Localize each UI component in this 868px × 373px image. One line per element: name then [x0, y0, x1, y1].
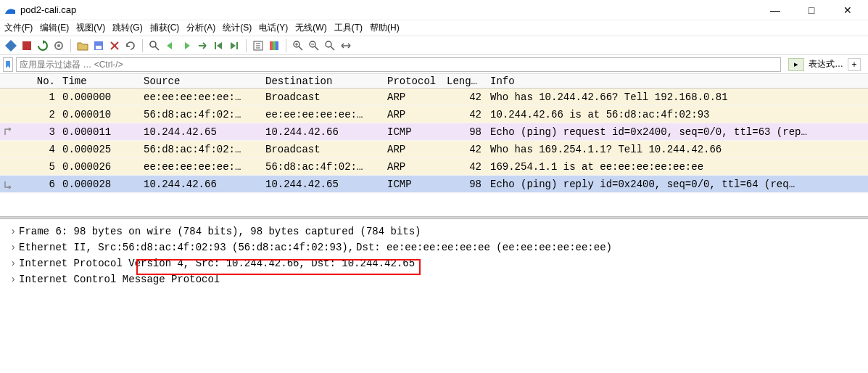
packet-row[interactable]: 20.00001056:d8:ac:4f:02:…ee:ee:ee:ee:ee:… — [0, 106, 868, 123]
packet-cell-time: 0.000011 — [59, 126, 139, 138]
find-packet-icon[interactable] — [148, 39, 161, 52]
resize-columns-icon[interactable] — [339, 39, 352, 52]
svg-line-16 — [299, 46, 302, 50]
svg-rect-12 — [270, 41, 273, 50]
colorize-icon[interactable] — [268, 39, 281, 52]
expand-caret-icon[interactable]: › — [10, 242, 19, 253]
packet-cell-time: 0.000026 — [59, 161, 139, 173]
menu-stats[interactable]: 统计(S) — [223, 22, 252, 34]
menu-analyze[interactable]: 分析(A) — [186, 22, 215, 34]
menu-view[interactable]: 视图(V) — [76, 22, 105, 34]
packet-cell-len: 42 — [442, 109, 486, 120]
packet-cell-src: 56:d8:ac:4f:02:… — [139, 109, 261, 120]
packet-cell-proto: ICMP — [383, 179, 442, 190]
wireshark-icon — [4, 4, 16, 16]
svg-point-22 — [326, 41, 331, 47]
packet-list-rows: 10.000000ee:ee:ee:ee:ee:…BroadcastARP42W… — [0, 89, 868, 193]
col-header-dest[interactable]: Destination — [261, 75, 383, 87]
display-filter-bar: ▸ 表达式… + — [0, 55, 868, 74]
minimize-button[interactable]: — — [764, 4, 787, 16]
detail-frame[interactable]: › Frame 6: 98 bytes on wire (784 bits), … — [6, 224, 862, 239]
col-header-time[interactable]: Time — [59, 75, 139, 87]
go-last-icon[interactable] — [228, 39, 241, 52]
menu-telephony[interactable]: 电话(Y) — [259, 22, 288, 34]
packet-cell-proto: ICMP — [383, 126, 442, 138]
packet-cell-dst: 10.244.42.66 — [261, 126, 383, 138]
detail-eth-src-mac: 56:d8:ac:4f:02:93 (56:d8:ac:4f:02:93), — [123, 242, 354, 253]
svg-rect-4 — [96, 46, 102, 49]
detail-ip[interactable]: › Internet Protocol Version 4, Src: 10.2… — [6, 255, 862, 271]
display-filter-input[interactable] — [16, 57, 781, 72]
packet-cell-len: 42 — [442, 161, 486, 173]
packet-cell-len: 42 — [442, 91, 486, 103]
save-file-icon[interactable] — [92, 39, 105, 52]
packet-cell-time: 0.000028 — [59, 179, 139, 190]
start-capture-icon[interactable] — [4, 39, 17, 52]
packet-cell-dst: Broadcast — [261, 144, 383, 155]
packet-cell-dst: 10.244.42.65 — [261, 179, 383, 190]
col-header-info[interactable]: Info — [486, 75, 868, 87]
packet-cell-proto: ARP — [383, 91, 442, 103]
filter-add-button[interactable]: + — [848, 58, 861, 71]
packet-row[interactable]: 10.000000ee:ee:ee:ee:ee:…BroadcastARP42W… — [0, 89, 868, 106]
svg-rect-13 — [273, 41, 276, 50]
col-header-protocol[interactable]: Protocol — [383, 75, 442, 87]
annotation-arrow — [0, 292, 868, 373]
menubar: 文件(F) 编辑(E) 视图(V) 跳转(G) 捕获(C) 分析(A) 统计(S… — [0, 20, 868, 36]
restart-capture-icon[interactable] — [36, 39, 49, 52]
go-first-icon[interactable] — [212, 39, 225, 52]
packet-row[interactable]: 60.00002810.244.42.6610.244.42.65ICMP98E… — [0, 176, 868, 193]
go-back-icon[interactable] — [164, 39, 177, 52]
svg-line-20 — [315, 46, 318, 50]
expression-button[interactable]: 表达式… — [809, 58, 843, 70]
expand-caret-icon[interactable]: › — [10, 274, 19, 285]
zoom-out-icon[interactable] — [307, 39, 321, 52]
filter-bookmark-icon[interactable] — [3, 57, 13, 72]
expand-caret-icon[interactable]: › — [10, 226, 19, 237]
zoom-reset-icon[interactable] — [323, 39, 336, 52]
detail-eth-pre: Ethernet II, Src: — [19, 242, 123, 253]
col-header-source[interactable]: Source — [139, 75, 261, 87]
detail-icmp[interactable]: › Internet Control Message Protocol — [6, 271, 862, 287]
packet-cell-src: ee:ee:ee:ee:ee:… — [139, 161, 261, 173]
close-file-icon[interactable] — [108, 39, 121, 52]
menu-help[interactable]: 帮助(H) — [370, 22, 400, 34]
menu-edit[interactable]: 编辑(E) — [40, 22, 69, 34]
packet-cell-info: 169.254.1.1 is at ee:ee:ee:ee:ee:ee — [486, 161, 868, 173]
packet-row-gutter — [0, 127, 16, 137]
detail-eth-post: Dst: ee:ee:ee:ee:ee:ee (ee:ee:ee:ee:ee:e… — [356, 242, 612, 253]
menu-wireless[interactable]: 无线(W) — [295, 22, 326, 34]
col-header-length[interactable]: Length — [442, 75, 486, 87]
detail-ethernet[interactable]: › Ethernet II, Src: 56:d8:ac:4f:02:93 (5… — [6, 239, 862, 255]
packet-row-gutter — [0, 179, 16, 189]
go-forward-icon[interactable] — [180, 39, 193, 52]
packet-cell-len: 98 — [442, 179, 486, 190]
stop-capture-icon[interactable] — [20, 39, 33, 52]
zoom-in-icon[interactable] — [292, 39, 305, 52]
packet-cell-no: 3 — [16, 126, 59, 138]
capture-options-icon[interactable] — [52, 39, 65, 52]
packet-list: No. Time Source Destination Protocol Len… — [0, 74, 868, 193]
auto-scroll-icon[interactable] — [252, 39, 265, 52]
close-button[interactable]: ✕ — [836, 4, 859, 16]
menu-capture[interactable]: 捕获(C) — [150, 22, 180, 34]
packet-cell-proto: ARP — [383, 109, 442, 120]
packet-row[interactable]: 30.00001110.244.42.6510.244.42.66ICMP98E… — [0, 123, 868, 141]
detail-frame-text: Frame 6: 98 bytes on wire (784 bits), 98… — [19, 226, 421, 237]
packet-row[interactable]: 40.00002556:d8:ac:4f:02:…BroadcastARP42W… — [0, 141, 868, 158]
packet-row[interactable]: 50.000026ee:ee:ee:ee:ee:…56:d8:ac:4f:02:… — [0, 158, 868, 176]
menu-tools[interactable]: 工具(T) — [334, 22, 363, 34]
menu-file[interactable]: 文件(F) — [4, 22, 33, 34]
expand-caret-icon[interactable]: › — [10, 258, 19, 269]
filter-apply-button[interactable]: ▸ — [788, 58, 804, 71]
open-file-icon[interactable] — [76, 39, 89, 52]
maximize-button[interactable]: □ — [800, 4, 823, 16]
packet-cell-dst: 56:d8:ac:4f:02:… — [261, 161, 383, 173]
reload-icon[interactable] — [124, 39, 137, 52]
col-header-no[interactable]: No. — [16, 75, 59, 87]
menu-go[interactable]: 跳转(G) — [112, 22, 142, 34]
go-to-packet-icon[interactable] — [196, 39, 209, 52]
packet-cell-src: 56:d8:ac:4f:02:… — [139, 144, 261, 155]
packet-cell-info: Who has 169.254.1.1? Tell 10.244.42.66 — [486, 144, 868, 155]
packet-cell-len: 42 — [442, 144, 486, 155]
